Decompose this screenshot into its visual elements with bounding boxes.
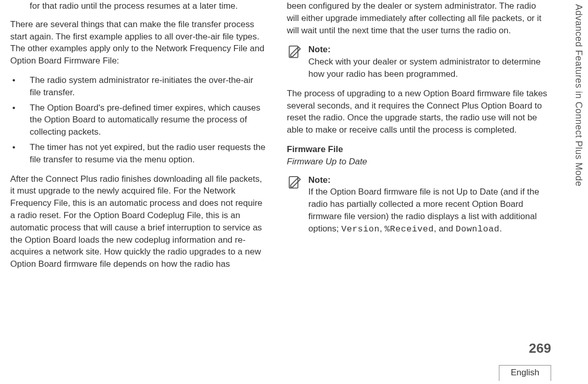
language-label: English bbox=[499, 365, 551, 381]
list-item: The Option Board's pre-defined timer exp… bbox=[10, 102, 266, 138]
list-item: The radio system administrator re-initia… bbox=[10, 74, 266, 99]
note-block: Note: Check with your dealer or system a… bbox=[287, 44, 548, 80]
note-body: Note: Check with your dealer or system a… bbox=[308, 44, 548, 80]
code-text: Version bbox=[341, 224, 380, 234]
note-label: Note: bbox=[308, 175, 330, 185]
left-column: for that radio until the process resumes… bbox=[10, 0, 266, 278]
code-text: %Received bbox=[385, 224, 434, 234]
paragraph: After the Connect Plus radio finishes do… bbox=[10, 173, 266, 270]
continuation-fragment: for that radio until the process resumes… bbox=[30, 0, 266, 12]
note-icon bbox=[287, 175, 302, 190]
code-text: Download bbox=[456, 224, 500, 234]
note-label: Note: bbox=[308, 45, 330, 54]
note-icon bbox=[287, 45, 302, 60]
firmware-subtitle: Firmware Up to Date bbox=[287, 156, 548, 168]
firmware-heading: Firmware File Firmware Up to Date bbox=[287, 143, 548, 168]
continuation-fragment: been configured by the dealer or system … bbox=[287, 0, 548, 36]
right-column: been configured by the dealer or system … bbox=[287, 0, 548, 278]
firmware-title: Firmware File bbox=[287, 143, 548, 156]
bullet-list: The radio system administrator re-initia… bbox=[10, 74, 266, 166]
side-tab-label: Advanced Features in Connect Plus Mode bbox=[573, 4, 584, 186]
note-block: Note: If the Option Board firmware file … bbox=[287, 174, 548, 236]
list-item: The timer has not yet expired, but the r… bbox=[10, 141, 266, 166]
paragraph: There are several things that can make t… bbox=[10, 18, 266, 67]
note-body: Note: If the Option Board firmware file … bbox=[308, 174, 548, 236]
page-number: 269 bbox=[529, 340, 551, 356]
paragraph: The process of upgrading to a new Option… bbox=[287, 88, 548, 136]
note-text: Check with your dealer or system adminis… bbox=[308, 57, 541, 79]
